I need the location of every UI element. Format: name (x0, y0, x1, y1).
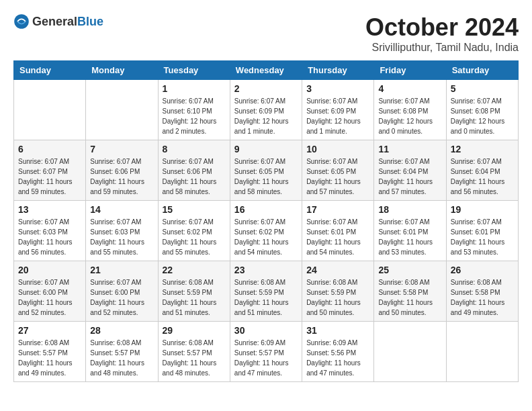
day-info: Sunrise: 6:07 AMSunset: 6:01 PMDaylight:… (451, 217, 514, 257)
calendar-cell: 18Sunrise: 6:07 AMSunset: 6:01 PMDayligh… (374, 201, 446, 261)
day-info: Sunrise: 6:07 AMSunset: 6:06 PMDaylight:… (163, 156, 226, 197)
logo: GeneralBlue (13, 13, 103, 30)
day-info: Sunrise: 6:09 AMSunset: 5:57 PMDaylight:… (234, 338, 298, 378)
calendar-cell (446, 322, 518, 382)
day-info: Sunrise: 6:07 AMSunset: 6:07 PMDaylight:… (18, 156, 81, 197)
day-info: Sunrise: 6:07 AMSunset: 6:03 PMDaylight:… (90, 217, 153, 257)
calendar-cell: 10Sunrise: 6:07 AMSunset: 6:05 PMDayligh… (302, 140, 374, 201)
calendar-cell: 25Sunrise: 6:08 AMSunset: 5:58 PMDayligh… (374, 261, 446, 322)
day-number: 7 (90, 144, 153, 154)
calendar-cell: 29Sunrise: 6:08 AMSunset: 5:57 PMDayligh… (158, 322, 230, 382)
day-info: Sunrise: 6:08 AMSunset: 5:59 PMDaylight:… (234, 277, 298, 318)
day-info: Sunrise: 6:07 AMSunset: 6:05 PMDaylight:… (234, 156, 298, 197)
day-number: 29 (163, 325, 226, 336)
day-number: 22 (163, 265, 226, 275)
calendar-cell: 3Sunrise: 6:07 AMSunset: 6:09 PMDaylight… (302, 80, 374, 140)
day-number: 24 (306, 265, 369, 275)
day-info: Sunrise: 6:07 AMSunset: 6:02 PMDaylight:… (234, 217, 298, 257)
calendar-week-row: 1Sunrise: 6:07 AMSunset: 6:10 PMDaylight… (14, 80, 519, 140)
day-info: Sunrise: 6:07 AMSunset: 6:08 PMDaylight:… (378, 96, 441, 136)
day-number: 10 (306, 144, 369, 154)
day-info: Sunrise: 6:07 AMSunset: 6:06 PMDaylight:… (90, 156, 153, 197)
calendar-cell: 2Sunrise: 6:07 AMSunset: 6:09 PMDaylight… (230, 80, 302, 140)
day-info: Sunrise: 6:08 AMSunset: 5:57 PMDaylight:… (163, 338, 226, 378)
day-number: 13 (18, 204, 81, 215)
day-number: 11 (378, 144, 441, 154)
calendar-cell: 11Sunrise: 6:07 AMSunset: 6:04 PMDayligh… (374, 140, 446, 201)
day-info: Sunrise: 6:07 AMSunset: 6:01 PMDaylight:… (306, 217, 369, 257)
weekday-header: Monday (86, 61, 158, 80)
calendar-cell: 4Sunrise: 6:07 AMSunset: 6:08 PMDaylight… (374, 80, 446, 140)
calendar-cell: 27Sunrise: 6:08 AMSunset: 5:57 PMDayligh… (14, 322, 86, 382)
day-number: 21 (90, 265, 153, 275)
weekday-header: Tuesday (158, 61, 230, 80)
day-number: 25 (378, 265, 441, 275)
calendar-week-row: 27Sunrise: 6:08 AMSunset: 5:57 PMDayligh… (14, 322, 519, 382)
day-info: Sunrise: 6:08 AMSunset: 5:57 PMDaylight:… (90, 338, 153, 378)
calendar-cell: 23Sunrise: 6:08 AMSunset: 5:59 PMDayligh… (230, 261, 302, 322)
calendar-week-row: 6Sunrise: 6:07 AMSunset: 6:07 PMDaylight… (14, 140, 519, 201)
day-info: Sunrise: 6:09 AMSunset: 5:56 PMDaylight:… (306, 338, 369, 378)
calendar-cell: 20Sunrise: 6:07 AMSunset: 6:00 PMDayligh… (14, 261, 86, 322)
day-info: Sunrise: 6:08 AMSunset: 5:59 PMDaylight:… (306, 277, 369, 318)
day-info: Sunrise: 6:07 AMSunset: 6:04 PMDaylight:… (451, 156, 514, 197)
day-number: 26 (451, 265, 514, 275)
day-info: Sunrise: 6:07 AMSunset: 6:04 PMDaylight:… (378, 156, 441, 197)
day-number: 30 (234, 325, 298, 336)
calendar-cell: 17Sunrise: 6:07 AMSunset: 6:01 PMDayligh… (302, 201, 374, 261)
logo-blue: Blue (77, 15, 103, 28)
logo-icon (13, 13, 30, 30)
calendar-cell: 13Sunrise: 6:07 AMSunset: 6:03 PMDayligh… (14, 201, 86, 261)
calendar-cell: 15Sunrise: 6:07 AMSunset: 6:02 PMDayligh… (158, 201, 230, 261)
day-info: Sunrise: 6:07 AMSunset: 6:08 PMDaylight:… (451, 96, 514, 136)
calendar-cell: 31Sunrise: 6:09 AMSunset: 5:56 PMDayligh… (302, 322, 374, 382)
day-number: 19 (451, 204, 514, 215)
weekday-header: Thursday (302, 61, 374, 80)
day-info: Sunrise: 6:07 AMSunset: 6:10 PMDaylight:… (163, 96, 226, 136)
day-number: 3 (306, 83, 369, 94)
day-info: Sunrise: 6:07 AMSunset: 6:00 PMDaylight:… (90, 277, 153, 318)
calendar-cell: 12Sunrise: 6:07 AMSunset: 6:04 PMDayligh… (446, 140, 518, 201)
day-number: 31 (306, 325, 369, 336)
day-number: 15 (163, 204, 226, 215)
logo-general: General (32, 15, 77, 28)
day-number: 5 (451, 83, 514, 94)
calendar: SundayMondayTuesdayWednesdayThursdayFrid… (13, 60, 519, 382)
day-number: 1 (163, 83, 226, 94)
day-info: Sunrise: 6:08 AMSunset: 5:58 PMDaylight:… (451, 277, 514, 318)
day-number: 6 (18, 144, 81, 154)
day-info: Sunrise: 6:07 AMSunset: 6:05 PMDaylight:… (306, 156, 369, 197)
calendar-cell: 7Sunrise: 6:07 AMSunset: 6:06 PMDaylight… (86, 140, 158, 201)
weekday-header: Saturday (446, 61, 518, 80)
calendar-cell: 26Sunrise: 6:08 AMSunset: 5:58 PMDayligh… (446, 261, 518, 322)
calendar-week-row: 20Sunrise: 6:07 AMSunset: 6:00 PMDayligh… (14, 261, 519, 322)
calendar-cell: 6Sunrise: 6:07 AMSunset: 6:07 PMDaylight… (14, 140, 86, 201)
day-number: 14 (90, 204, 153, 215)
day-number: 16 (234, 204, 298, 215)
calendar-cell: 30Sunrise: 6:09 AMSunset: 5:57 PMDayligh… (230, 322, 302, 382)
header: GeneralBlue October 2024 Srivilliputhur,… (13, 13, 519, 54)
day-number: 23 (234, 265, 298, 275)
weekday-header-row: SundayMondayTuesdayWednesdayThursdayFrid… (14, 61, 519, 80)
day-number: 28 (90, 325, 153, 336)
day-number: 8 (163, 144, 226, 154)
day-info: Sunrise: 6:07 AMSunset: 6:02 PMDaylight:… (163, 217, 226, 257)
day-number: 9 (234, 144, 298, 154)
weekday-header: Friday (374, 61, 446, 80)
weekday-header: Wednesday (230, 61, 302, 80)
day-number: 12 (451, 144, 514, 154)
calendar-cell: 5Sunrise: 6:07 AMSunset: 6:08 PMDaylight… (446, 80, 518, 140)
day-info: Sunrise: 6:08 AMSunset: 5:57 PMDaylight:… (18, 338, 81, 378)
month-title: October 2024 (365, 13, 519, 42)
calendar-cell: 14Sunrise: 6:07 AMSunset: 6:03 PMDayligh… (86, 201, 158, 261)
calendar-cell: 24Sunrise: 6:08 AMSunset: 5:59 PMDayligh… (302, 261, 374, 322)
day-info: Sunrise: 6:07 AMSunset: 6:03 PMDaylight:… (18, 217, 81, 257)
day-number: 4 (378, 83, 441, 94)
title-area: October 2024 Srivilliputhur, Tamil Nadu,… (365, 13, 519, 54)
day-info: Sunrise: 6:07 AMSunset: 6:01 PMDaylight:… (378, 217, 441, 257)
svg-point-0 (14, 14, 29, 29)
calendar-cell: 1Sunrise: 6:07 AMSunset: 6:10 PMDaylight… (158, 80, 230, 140)
day-number: 20 (18, 265, 81, 275)
calendar-cell (14, 80, 86, 140)
day-info: Sunrise: 6:07 AMSunset: 6:09 PMDaylight:… (234, 96, 298, 136)
